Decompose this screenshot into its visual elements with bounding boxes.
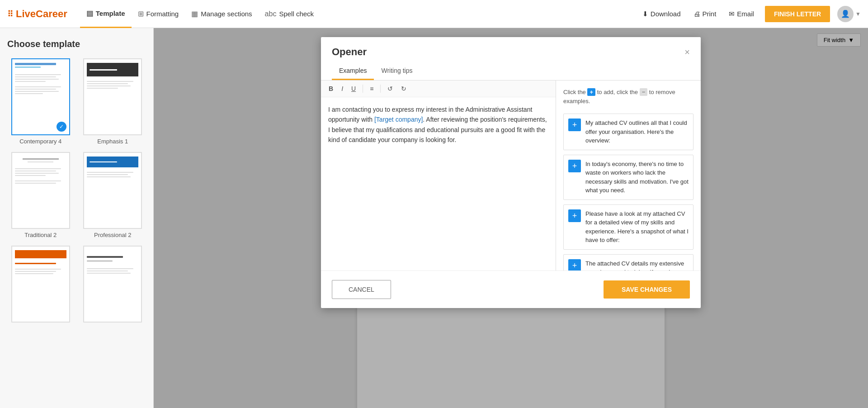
tab-writing-tips[interactable]: Writing tips — [374, 62, 420, 80]
example-text-1: My attached CV outlines all that I could… — [585, 119, 689, 145]
top-navigation: ⠿ LiveCareer ▤ Template ⊞ Formatting ▦ M… — [0, 0, 868, 28]
thumb-inner-2 — [84, 59, 141, 134]
template-row-1: ✓ Contemporary 4 — [7, 58, 146, 145]
nav-item-template[interactable]: ▤ Template — [80, 0, 132, 28]
modal-hint: Click the + to add, click the − to remov… — [563, 88, 693, 105]
nav-label-template: Template — [96, 9, 125, 17]
template-thumb-professional2[interactable] — [83, 152, 142, 229]
toolbar-separator-2 — [380, 85, 381, 93]
finish-letter-button[interactable]: FINISH LETTER — [765, 6, 830, 22]
print-button[interactable]: 🖨 Print — [688, 0, 722, 28]
email-icon: ✉ — [729, 10, 735, 18]
download-icon: ⬇ — [642, 10, 648, 18]
sidebar-title: Choose template — [7, 39, 146, 49]
template-name-traditional2: Traditional 2 — [24, 232, 57, 238]
download-label: Download — [651, 10, 681, 18]
hint-remove-icon: − — [640, 88, 648, 96]
template-thumb-style6[interactable] — [83, 246, 142, 323]
manage-sections-icon: ▦ — [191, 9, 198, 18]
cancel-button[interactable]: CANCEL — [332, 280, 391, 299]
example-text-2: In today's economy, there's no time to w… — [585, 160, 689, 195]
spell-check-icon: abc — [265, 10, 277, 18]
print-icon: 🖨 — [693, 10, 700, 18]
modal-examples-panel: Click the + to add, click the − to remov… — [556, 81, 701, 270]
template-name-emphasis1: Emphasis 1 — [97, 138, 128, 145]
add-example-3-button[interactable]: + — [568, 209, 581, 222]
email-button[interactable]: ✉ Email — [723, 0, 760, 28]
example-text-4: The attached CV details my extensive exp… — [585, 259, 689, 271]
template-card-style5[interactable] — [7, 246, 74, 325]
chevron-down-icon: ▼ — [855, 11, 861, 17]
download-button[interactable]: ⬇ Download — [637, 0, 686, 28]
user-avatar[interactable]: 👤 — [837, 6, 854, 22]
nav-item-formatting[interactable]: ⊞ Formatting — [132, 0, 185, 28]
modal-editor-panel: B I U ≡ ↺ ↻ I am contacting you to expre… — [321, 81, 556, 270]
nav-right-actions: ⬇ Download 🖨 Print ✉ Email FINISH LETTER… — [637, 0, 861, 28]
logo-dots: ⠿ — [7, 9, 13, 19]
template-name-contemporary4: Contemporary 4 — [19, 138, 61, 145]
toolbar-separator-1 — [363, 85, 363, 93]
undo-button[interactable]: ↺ — [385, 84, 395, 93]
template-icon: ▤ — [86, 9, 93, 18]
template-card-style6[interactable] — [80, 246, 146, 325]
modal-overlay: Opener × Examples Writing tips — [154, 28, 868, 408]
template-thumb-style5[interactable] — [11, 246, 70, 323]
nav-item-spell-check[interactable]: abc Spell check — [259, 0, 321, 28]
main-layout: Choose template — [0, 28, 868, 408]
editor-toolbar: B I U ≡ ↺ ↻ — [321, 81, 556, 97]
modal-body: B I U ≡ ↺ ↻ I am contacting you to expre… — [321, 81, 701, 270]
thumb-inner-6 — [84, 247, 141, 322]
template-thumb-emphasis1[interactable] — [83, 58, 142, 135]
template-grid: ✓ Contemporary 4 — [7, 58, 146, 325]
thumb-inner-5 — [12, 247, 69, 322]
template-thumb-traditional2[interactable] — [11, 152, 70, 229]
nav-label-manage-sections: Manage sections — [201, 10, 252, 18]
hint-add-icon: + — [587, 88, 595, 96]
nav-label-formatting: Formatting — [146, 10, 179, 18]
email-label: Email — [737, 10, 754, 18]
bold-button[interactable]: B — [326, 84, 335, 93]
save-changes-button[interactable]: SAVE CHANGES — [604, 280, 690, 299]
example-card-1: + My attached CV outlines all that I cou… — [563, 114, 693, 150]
logo-text: LiveCareer — [16, 8, 67, 20]
modal-header: Opener × — [321, 37, 701, 58]
template-row-2: Traditional 2 Pro — [7, 152, 146, 238]
nav-item-manage-sections[interactable]: ▦ Manage sections — [185, 0, 258, 28]
modal-footer: CANCEL SAVE CHANGES — [321, 270, 701, 308]
example-card-2: + In today's economy, there's no time to… — [563, 155, 693, 200]
content-area: Fit width ▼ ...unity with [Target compan… — [154, 28, 868, 408]
logo[interactable]: ⠿ LiveCareer — [7, 8, 67, 20]
thumb-inner-4 — [84, 153, 141, 228]
formatting-icon: ⊞ — [138, 9, 144, 18]
user-avatar-icon: 👤 — [841, 9, 850, 18]
modal-title: Opener — [332, 46, 367, 58]
template-card-professional2[interactable]: Professional 2 — [80, 152, 146, 238]
template-card-emphasis1[interactable]: Emphasis 1 — [80, 58, 146, 145]
opener-modal: Opener × Examples Writing tips — [321, 37, 701, 308]
modal-tabs: Examples Writing tips — [321, 62, 701, 81]
print-label: Print — [703, 10, 717, 18]
italic-button[interactable]: I — [339, 84, 345, 93]
example-text-3: Please have a look at my attached CV for… — [585, 209, 689, 245]
underline-button[interactable]: U — [349, 84, 358, 93]
example-card-4: + The attached CV details my extensive e… — [563, 254, 693, 271]
thumb-inner-3 — [12, 153, 69, 228]
template-name-professional2: Professional 2 — [94, 232, 131, 238]
nav-label-spell-check: Spell check — [279, 10, 314, 18]
tab-examples[interactable]: Examples — [332, 62, 374, 80]
editor-content[interactable]: I am contacting you to express my intere… — [321, 97, 556, 270]
example-card-3: + Please have a look at my attached CV f… — [563, 204, 693, 250]
template-card-contemporary4[interactable]: ✓ Contemporary 4 — [7, 58, 74, 145]
add-example-4-button[interactable]: + — [568, 259, 581, 271]
list-button[interactable]: ≡ — [368, 84, 376, 93]
template-row-3 — [7, 246, 146, 325]
add-example-2-button[interactable]: + — [568, 160, 581, 172]
template-thumb-contemporary4[interactable]: ✓ — [11, 58, 70, 135]
modal-close-button[interactable]: × — [684, 47, 690, 57]
add-example-1-button[interactable]: + — [568, 119, 581, 131]
template-sidebar: Choose template — [0, 28, 154, 408]
template-card-traditional2[interactable]: Traditional 2 — [7, 152, 74, 238]
redo-button[interactable]: ↻ — [399, 84, 409, 93]
selected-check-icon: ✓ — [57, 122, 66, 132]
editor-link: [Target company] — [374, 116, 423, 123]
